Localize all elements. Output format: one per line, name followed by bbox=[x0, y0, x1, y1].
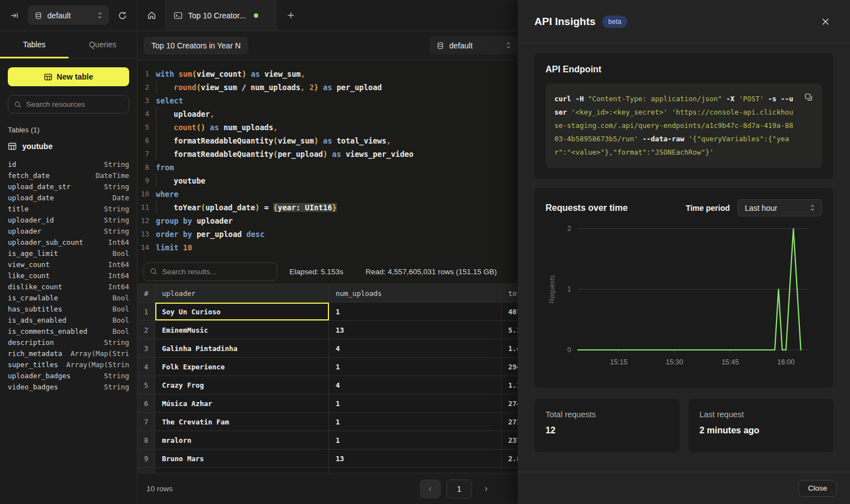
uploader-cell[interactable]: The Crevatin Fam bbox=[155, 413, 329, 431]
uploader-cell[interactable]: Música Azhar bbox=[155, 394, 329, 412]
row-index-cell[interactable]: 2 bbox=[137, 321, 155, 339]
results-search-input[interactable] bbox=[162, 268, 271, 276]
uploader-cell[interactable]: Galinha Pintadinha bbox=[155, 339, 329, 357]
column-header[interactable]: num_uploads bbox=[329, 284, 502, 302]
uploader-cell[interactable]: Soy Un Curioso bbox=[155, 303, 329, 320]
page-number-button[interactable]: 1 bbox=[446, 480, 472, 498]
home-icon bbox=[147, 11, 156, 20]
num-uploads-cell[interactable]: 13 bbox=[329, 449, 502, 467]
row-index-cell[interactable]: 6 bbox=[137, 394, 155, 412]
column-type: Array(Map(Stri bbox=[71, 349, 129, 358]
column-type: Bool bbox=[112, 316, 129, 324]
table-grid-icon bbox=[44, 73, 52, 81]
num-uploads-cell[interactable]: 1 bbox=[329, 358, 502, 375]
line-number: 4 bbox=[137, 107, 156, 121]
column-row: video_badgesString bbox=[8, 381, 129, 392]
code-line: 11toYear(upload_date) = {year: UInt16} bbox=[137, 201, 518, 214]
collapse-sidebar-button[interactable] bbox=[8, 9, 21, 22]
sidebar: default Tables Queries New table bbox=[0, 0, 137, 504]
column-header[interactable]: uploader bbox=[155, 284, 329, 302]
resource-search-input[interactable] bbox=[26, 100, 123, 108]
num-uploads-cell[interactable]: 4 bbox=[329, 339, 502, 357]
close-button[interactable]: Close bbox=[798, 480, 837, 497]
uploader-cell[interactable]: Crazy Frog bbox=[155, 376, 329, 394]
total-views-cell[interactable]: 274 bbox=[502, 394, 518, 412]
code-content: with sum(view_count) as view_sum, bbox=[156, 67, 305, 81]
row-index-cell[interactable]: 8 bbox=[137, 431, 155, 449]
column-header[interactable]: # bbox=[137, 284, 155, 302]
new-table-button[interactable]: New table bbox=[8, 67, 129, 86]
column-type: String bbox=[104, 160, 129, 169]
prev-page-button[interactable] bbox=[420, 480, 441, 498]
num-uploads-cell[interactable]: 13 bbox=[329, 321, 502, 339]
total-views-cell[interactable]: 1.1 bbox=[502, 376, 518, 394]
database-selector[interactable]: default bbox=[28, 6, 109, 25]
code-line: 7formatReadableQuantity(per_upload) as v… bbox=[137, 147, 518, 161]
table-entry-youtube[interactable]: youtube bbox=[8, 142, 129, 151]
column-name: dislike_count bbox=[8, 283, 62, 291]
code-content: from bbox=[156, 161, 174, 174]
chevron-left-icon bbox=[427, 486, 434, 492]
column-type: DateTime bbox=[96, 171, 129, 180]
search-icon bbox=[150, 268, 158, 275]
refresh-button[interactable] bbox=[116, 9, 129, 22]
table-row: 6Música Azhar1274 bbox=[137, 394, 518, 413]
sql-editor[interactable]: 1with sum(view_count) as view_sum,2round… bbox=[137, 60, 518, 259]
total-views-cell[interactable]: 237 bbox=[502, 431, 518, 449]
column-row: upload_date_strString bbox=[8, 181, 129, 192]
num-uploads-cell[interactable]: 1 bbox=[329, 394, 502, 412]
code-line: 12group by uploader bbox=[137, 214, 518, 228]
num-uploads-cell[interactable]: 1 bbox=[329, 431, 502, 449]
tab-queries[interactable]: Queries bbox=[68, 31, 137, 58]
code-line: 2round(view_sum / num_uploads, 2) as per… bbox=[137, 81, 518, 94]
home-button[interactable] bbox=[137, 0, 165, 31]
row-index-cell[interactable]: 5 bbox=[137, 376, 155, 394]
next-page-button[interactable] bbox=[478, 480, 494, 498]
query-tab[interactable]: Top 10 Creator... bbox=[165, 0, 277, 31]
total-views-cell[interactable]: 1.4 bbox=[502, 339, 518, 357]
panel-close-button[interactable] bbox=[818, 14, 833, 29]
column-type: Int64 bbox=[108, 260, 129, 269]
row-index-cell[interactable]: 9 bbox=[137, 449, 155, 467]
query-title-button[interactable]: Top 10 Creators in Year N bbox=[144, 37, 248, 55]
column-row: has_subtitlesBool bbox=[8, 303, 129, 314]
table-row: 3Galinha Pintadinha41.4 bbox=[137, 339, 518, 358]
time-period-select[interactable]: Last hour bbox=[738, 199, 822, 216]
total-views-cell[interactable]: 2.8 bbox=[502, 449, 518, 467]
uploader-cell[interactable]: EminemMusic bbox=[155, 321, 329, 339]
num-uploads-cell[interactable]: 1 bbox=[329, 413, 502, 431]
tab-tables[interactable]: Tables bbox=[0, 31, 68, 58]
table-row: 4Folk Experience1294 bbox=[137, 358, 518, 376]
new-tab-button[interactable] bbox=[277, 0, 304, 31]
uploader-cell[interactable]: Bruno Mars bbox=[155, 449, 329, 467]
plus-icon bbox=[287, 11, 295, 19]
code-content: formatReadableQuantity(per_upload) as vi… bbox=[156, 147, 414, 161]
total-views-cell[interactable]: 407 bbox=[502, 303, 518, 320]
total-views-cell[interactable]: 294 bbox=[502, 358, 518, 375]
requests-title: Requests over time bbox=[546, 203, 628, 213]
resource-search bbox=[8, 95, 129, 113]
row-index-cell[interactable]: 7 bbox=[137, 413, 155, 431]
column-type: Bool bbox=[112, 327, 129, 335]
row-index-cell[interactable]: 3 bbox=[137, 339, 155, 357]
num-uploads-cell[interactable]: 4 bbox=[329, 376, 502, 394]
column-header[interactable]: tot bbox=[502, 284, 518, 302]
row-index-cell[interactable]: 1 bbox=[137, 303, 155, 320]
copy-button[interactable] bbox=[802, 90, 815, 104]
uploader-cell[interactable]: mralorn bbox=[155, 431, 329, 449]
panel-footer: Close bbox=[518, 472, 850, 504]
total-views-cell[interactable]: 5.1 bbox=[502, 321, 518, 339]
main-area: Top 10 Creator... Top 10 Creators in Yea… bbox=[137, 0, 518, 504]
column-name: video_badges bbox=[8, 383, 58, 391]
num-uploads-cell[interactable]: 1 bbox=[329, 303, 502, 320]
total-views-cell[interactable]: 271 bbox=[502, 413, 518, 431]
line-number: 2 bbox=[137, 81, 156, 94]
code-content: group by uploader bbox=[156, 214, 233, 228]
row-index-cell[interactable]: 4 bbox=[137, 358, 155, 375]
column-type: String bbox=[104, 227, 129, 235]
table-header-row: #uploadernum_uploadstot bbox=[137, 284, 518, 303]
database-icon bbox=[35, 12, 42, 19]
rows-count: 10 rows bbox=[146, 485, 173, 493]
uploader-cell[interactable]: Folk Experience bbox=[155, 358, 329, 375]
editor-database-selector[interactable]: default bbox=[430, 36, 518, 55]
